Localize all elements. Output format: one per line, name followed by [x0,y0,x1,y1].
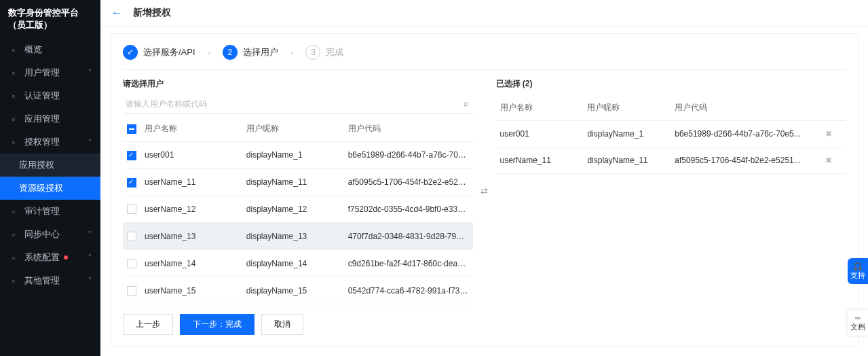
step-3-label: 完成 [326,46,343,58]
app-title: 数字身份管控平台（员工版） [0,0,100,38]
sidebar: 数字身份管控平台（员工版） ▫概览▫用户管理˅▫认证管理▫应用管理▫授权管理˄应… [0,0,100,356]
sidebar-item-同步中心[interactable]: ▫同步中心˅ [0,223,100,246]
doc-label: 文档 [848,323,868,332]
remove-icon[interactable]: ✖ [825,156,832,165]
grid2-icon: ▫ [8,275,19,286]
cell-nickname: displayName_14 [242,250,344,277]
table-row[interactable]: userName_11displayName_11af5095c5-1706-4… [123,168,473,196]
cell-name: user001 [140,142,242,169]
col-nickname: 用户昵称 [583,95,671,121]
support-button[interactable]: 🎧 支持 [848,258,868,284]
cell-name: userName_12 [140,196,242,223]
col-nickname: 用户昵称 [242,116,344,142]
sidebar-item-资源级授权[interactable]: 资源级授权 [0,177,100,200]
footer-actions: 上一步 下一步：完成 取消 [123,304,846,335]
sidebar-item-label: 授权管理 [24,136,60,148]
table-row[interactable]: userName_12displayName_12f75202dc-0355-4… [123,196,473,223]
row-checkbox[interactable] [127,259,136,268]
cell-code: af5095c5-1706-454f-b2e2-e52518... [344,168,473,196]
selected-panel: 已选择 (2) 用户名称 用户昵称 用户代码 user001displayNam… [496,78,846,304]
support-label: 支持 [848,271,868,280]
search-icon[interactable]: ⌕ [464,98,469,108]
stepper: 选择服务/API › 2 选择用户 › 3 完成 [123,45,846,70]
select-all-checkbox[interactable] [127,124,136,134]
col-name: 用户名称 [140,116,242,142]
sidebar-item-应用管理[interactable]: ▫应用管理 [0,107,100,130]
row-checkbox[interactable] [127,232,136,241]
back-icon[interactable]: ← [111,7,122,19]
chevron-down-icon: ˅ [88,230,92,240]
cell-nickname: displayName_11 [583,147,671,174]
table-row[interactable]: userName_14displayName_14c9d261be-fa2f-4… [123,250,473,277]
check-icon [123,45,138,60]
sidebar-item-应用授权[interactable]: 应用授权 [0,154,100,177]
table-row[interactable]: user001displayName_1b6e51989-d266-44b7-a… [496,121,846,147]
prev-button[interactable]: 上一步 [123,314,173,335]
sidebar-item-授权管理[interactable]: ▫授权管理˄ [0,130,100,154]
headset-icon: 🎧 [848,262,868,271]
sidebar-item-系统配置[interactable]: ▫系统配置˅ [0,246,100,269]
table-row[interactable]: user001displayName_1b6e51989-d266-44b7-a… [123,142,473,169]
col-code: 用户代码 [344,116,473,142]
chevron-down-icon: ˅ [88,276,92,286]
sidebar-item-审计管理[interactable]: ▫审计管理 [0,200,100,223]
step-2-label: 选择用户 [243,46,278,58]
cell-code: 0542d774-cca6-4782-991a-f7380... [344,277,473,304]
cell-name: user001 [496,121,584,147]
user-select-panel: 请选择用户 ⌕ 用户名称 用户昵称 用户代码 user001displayNam… [123,78,473,304]
cancel-button[interactable]: 取消 [261,314,303,335]
page-title: 新增授权 [133,7,171,19]
key-icon: ▫ [8,137,19,147]
next-button[interactable]: 下一步：完成 [180,314,254,335]
cell-code: f75202dc-0355-4cd4-9bf0-e33807... [344,196,473,223]
step-3: 3 完成 [305,45,343,60]
transfer: 请选择用户 ⌕ 用户名称 用户昵称 用户代码 user001displayNam… [123,78,846,304]
doc-button[interactable]: ▫▫ 文档 [848,310,868,336]
sidebar-item-label: 应用管理 [24,113,60,125]
row-checkbox[interactable] [127,178,136,188]
step-1[interactable]: 选择服务/API [123,45,195,60]
col-name: 用户名称 [496,95,584,121]
cell-nickname: displayName_12 [242,196,344,223]
sidebar-item-认证管理[interactable]: ▫认证管理 [0,84,100,107]
table-row[interactable]: userName_11displayName_11af5095c5-1706-4… [496,147,846,174]
sidebar-item-用户管理[interactable]: ▫用户管理˅ [0,61,100,84]
sidebar-item-概览[interactable]: ▫概览 [0,38,100,61]
table-row[interactable]: userName_15displayName_150542d774-cca6-4… [123,277,473,304]
cell-nickname: displayName_11 [242,168,344,196]
row-checkbox[interactable] [127,286,136,296]
main: ← 新增授权 选择服务/API › 2 选择用户 › 3 完成 [100,0,868,356]
monitor-icon: ▫ [8,229,19,240]
cell-name: userName_13 [140,223,242,250]
step-2-number: 2 [223,45,238,60]
sliders-icon: ▫ [8,252,19,263]
cell-nickname: displayName_1 [242,142,344,169]
row-checkbox[interactable] [127,204,136,214]
sidebar-item-label: 认证管理 [24,90,60,102]
table-row[interactable]: userName_13displayName_13470f7da2-0348-4… [123,223,473,250]
step-2[interactable]: 2 选择用户 [223,45,278,60]
user-icon: ▫ [8,67,19,78]
user-table: 用户名称 用户昵称 用户代码 user001displayName_1b6e51… [123,116,473,304]
step-3-number: 3 [305,45,320,60]
sidebar-item-label: 资源级授权 [19,182,63,194]
grid-icon: ▫ [8,44,19,55]
col-code: 用户代码 [671,95,821,121]
cell-nickname: displayName_13 [242,223,344,250]
book-icon: ▫▫ [848,314,868,323]
transfer-icon: ⇄ [473,78,496,304]
selected-table: 用户名称 用户昵称 用户代码 user001displayName_1b6e51… [496,95,846,174]
cell-code: c9d261be-fa2f-4d17-860c-deacbb... [344,250,473,277]
cell-name: userName_15 [140,277,242,304]
sidebar-item-其他管理[interactable]: ▫其他管理˅ [0,269,100,292]
panel-title: 已选择 (2) [496,78,846,90]
sidebar-item-label: 概览 [24,43,42,56]
alert-dot-icon [64,255,68,260]
chevron-right-icon: › [290,48,293,58]
chevron-up-icon: ˄ [88,137,92,147]
row-checkbox[interactable] [127,151,136,160]
content: 选择服务/API › 2 选择用户 › 3 完成 请选择用户 [110,33,858,346]
search-input[interactable] [123,95,473,113]
remove-icon[interactable]: ✖ [825,129,832,139]
step-1-label: 选择服务/API [143,46,195,58]
